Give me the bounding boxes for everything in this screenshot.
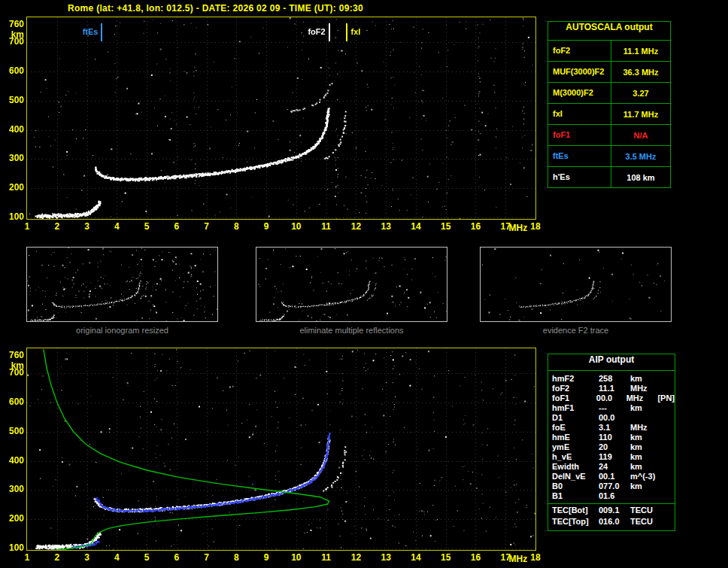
aip-row-foE: foE3.1MHz <box>548 423 675 433</box>
aip-row-hmF1: hmF1---km <box>548 403 675 413</box>
y-axis-unit-bottom: km <box>2 360 24 371</box>
thumbnail-eliminate-reflections <box>256 247 447 322</box>
y-axis-tick-top: 760 <box>2 19 24 29</box>
aip-row-value: 00.0 <box>596 393 626 403</box>
aip-row-extra <box>663 481 675 491</box>
marker-line-foF2 <box>329 23 330 41</box>
aip-row-unit: km <box>630 462 663 472</box>
autoscala-row-label: fxI <box>548 104 611 124</box>
autoscala-output-table: AUTOSCALA output foF211.1 MHzMUF(3000)F2… <box>548 21 671 188</box>
aip-row-unit: km <box>630 374 663 384</box>
thumbnail-caption-evidence: evidence F2 trace <box>480 326 672 335</box>
autoscala-row-label: foF1 <box>548 125 611 145</box>
x-axis-tick-bottom: 3 <box>84 552 89 563</box>
autoscala-row-value: 11.7 MHz <box>611 110 670 119</box>
x-axis-tick-bottom: 18 <box>530 552 540 563</box>
x-axis-tick-top: 7 <box>204 221 209 232</box>
autoscala-row-value: 11.1 MHz <box>611 47 670 56</box>
aip-row-hmF2: hmF2258km <box>548 374 675 384</box>
aip-row-value: 077.0 <box>599 481 630 491</box>
aip-row-extra <box>663 472 675 481</box>
y-axis-tick-bottom: 200 <box>2 513 24 524</box>
aip-row-extra <box>663 374 675 384</box>
autoscala-screen: Rome (lat: +41.8, lon: 012.5) - DATE: 20… <box>0 0 728 568</box>
x-axis-tick-bottom: 9 <box>264 552 269 563</box>
aip-row-name: foF2 <box>552 384 599 393</box>
aip-row-unit <box>630 413 663 423</box>
y-axis-tick-top: 500 <box>2 95 24 105</box>
y-axis-tick-bottom: 500 <box>2 426 24 436</box>
y-axis-tick-top: 200 <box>2 182 24 193</box>
marker-line-fxI <box>346 23 347 41</box>
autoscala-row-foF2: foF211.1 MHz <box>548 41 670 62</box>
autoscala-row-label: M(3000)F2 <box>548 83 611 103</box>
aip-row-unit: km <box>630 481 663 491</box>
aip-row-name: D1 <box>552 413 599 423</box>
aip-row-name: ymE <box>552 442 599 452</box>
aip-row-unit: km <box>630 452 663 462</box>
x-axis-tick-top: 18 <box>530 221 540 232</box>
x-axis-tick-top: 8 <box>234 221 239 232</box>
x-axis-tick-top: 3 <box>84 221 89 232</box>
aip-row-value: 00.1 <box>599 472 630 481</box>
page-title: Rome (lat: +41.8, lon: 012.5) - DATE: 20… <box>68 3 363 14</box>
autoscala-row-value: 3.5 MHz <box>611 152 670 161</box>
aip-output-rows: hmF2258kmfoF211.1MHzfoF100.0MHz[PN]hmF1-… <box>548 374 675 527</box>
y-axis-tick-bottom: 760 <box>2 350 24 360</box>
aip-row-name: foF1 <box>552 393 596 403</box>
aip-row-foF2: foF211.1MHz <box>548 384 675 393</box>
autoscala-row-M(3000)F2: M(3000)F23.27 <box>548 83 670 104</box>
bottom-ionogram-canvas <box>27 348 535 550</box>
autoscala-row-MUF(3000)F2: MUF(3000)F236.3 MHz <box>548 62 670 83</box>
y-axis-tick-bottom: 400 <box>2 455 24 466</box>
aip-row-unit: km <box>630 442 663 452</box>
aip-row-value: 119 <box>599 452 630 462</box>
x-axis-tick-bottom: 6 <box>174 552 179 563</box>
aip-row-extra <box>663 491 675 501</box>
x-axis-tick-top: 9 <box>264 221 269 232</box>
thumbnail-original-canvas <box>27 248 217 321</box>
x-axis-tick-top: 14 <box>411 221 420 232</box>
aip-row-value: 016.0 <box>599 517 630 527</box>
aip-row-name: foE <box>552 423 599 433</box>
autoscala-row-ftEs: ftEs3.5 MHz <box>548 146 670 167</box>
aip-row-unit: km <box>630 433 663 442</box>
x-axis-tick-top: 2 <box>54 221 59 232</box>
y-axis-tick-bottom: 300 <box>2 484 24 494</box>
autoscala-row-label: MUF(3000)F2 <box>548 62 611 82</box>
aip-row-extra <box>663 442 675 452</box>
aip-row-value: --- <box>599 403 630 413</box>
aip-row-extra: [PN] <box>657 393 675 403</box>
x-axis-tick-bottom: 12 <box>351 552 361 563</box>
thumbnail-evidence-canvas <box>481 248 671 321</box>
x-axis-tick-top: 10 <box>291 221 301 232</box>
aip-row-name: B0 <box>552 481 599 491</box>
aip-row-extra <box>663 403 675 413</box>
aip-row-ymE: ymE20km <box>548 442 675 452</box>
x-axis-tick-bottom: 13 <box>381 552 390 563</box>
aip-row-name: hmF1 <box>552 403 599 413</box>
autoscala-row-label: ftEs <box>548 146 611 166</box>
aip-row-unit: MHz <box>626 393 658 403</box>
aip-row-hmE: hmE110km <box>548 433 675 442</box>
aip-row-h_vE: h_vE119km <box>548 452 675 462</box>
x-axis-tick-top: 11 <box>321 221 331 232</box>
aip-row-value: 20 <box>599 442 630 452</box>
aip-row-extra <box>663 433 675 442</box>
aip-row-name: B1 <box>552 491 599 501</box>
x-axis-unit-top: MHz <box>509 223 528 233</box>
autoscala-row-value: 36.3 MHz <box>611 68 670 77</box>
autoscala-row-value: 3.27 <box>611 89 670 98</box>
autoscala-row-value: 108 km <box>611 173 670 182</box>
aip-row-extra <box>663 413 675 423</box>
autoscala-row-foF1: foF1N/A <box>548 125 670 146</box>
aip-row-unit: km <box>630 403 663 413</box>
x-axis-tick-bottom: 1 <box>25 552 30 563</box>
aip-row-value: 24 <box>599 462 630 472</box>
aip-row-unit: MHz <box>630 384 663 393</box>
aip-row-name: TEC[Top] <box>552 517 599 527</box>
x-axis-tick-bottom: 15 <box>441 552 450 563</box>
thumbnail-caption-original: original ionogram resized <box>26 326 218 335</box>
marker-label-foF2: foF2 <box>308 27 325 36</box>
top-ionogram-plot: ftEsfoF2fxI <box>26 17 536 220</box>
